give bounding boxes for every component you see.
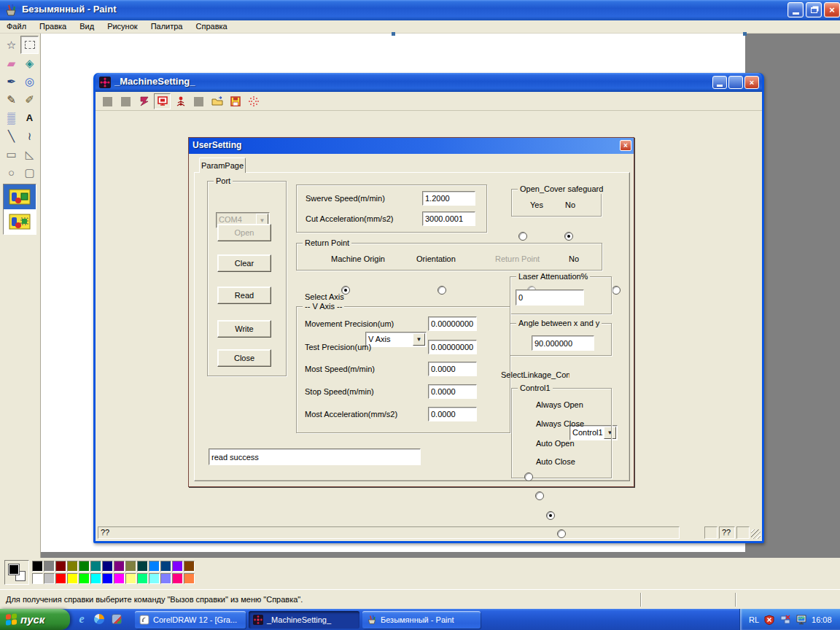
auto-close-label[interactable]: Auto Close (536, 457, 575, 466)
cover-no-label[interactable]: No (565, 201, 575, 209)
clear-button[interactable]: Clear (217, 254, 271, 272)
airbrush-tool[interactable]: ▒ (2, 109, 20, 127)
cover-no-radio[interactable] (564, 232, 573, 241)
stop-speed-input[interactable] (428, 384, 477, 399)
resize-grip[interactable] (751, 529, 761, 539)
most-speed-input[interactable] (428, 362, 477, 376)
fill-tool[interactable]: ◈ (20, 54, 39, 72)
paint-minimize-button[interactable] (788, 2, 804, 18)
palette-swatch[interactable] (90, 573, 101, 584)
eraser-tool[interactable]: ▰ (2, 54, 20, 72)
angle-input[interactable] (532, 335, 594, 351)
machinesetting-maximize-button[interactable] (728, 76, 743, 89)
paint-close-button[interactable]: × (824, 2, 840, 18)
magnifier-tool[interactable]: ◎ (20, 72, 39, 90)
menu-help[interactable]: Справка (190, 20, 234, 32)
palette-swatch[interactable] (114, 561, 125, 572)
always-open-label[interactable]: Always Open (536, 400, 583, 409)
auto-open-label[interactable]: Auto Open (536, 439, 575, 448)
palette-swatch[interactable] (79, 573, 90, 584)
cover-yes-label[interactable]: Yes (530, 201, 543, 209)
palette-swatch[interactable] (44, 573, 55, 584)
movement-precision-input[interactable] (428, 316, 477, 331)
option-opaque-selected[interactable] (4, 184, 36, 209)
eyedropper-tool[interactable]: ✒ (2, 72, 20, 90)
always-open-radio[interactable] (524, 472, 533, 481)
palette-swatch[interactable] (184, 561, 195, 572)
toolbar-open-button[interactable] (209, 93, 225, 109)
line-tool[interactable]: ╲ (2, 127, 20, 145)
paint-restore-button[interactable] (806, 2, 822, 18)
ie-quicklaunch-icon[interactable]: e (76, 613, 88, 625)
security-shield-icon[interactable] (763, 614, 775, 626)
menu-view[interactable]: Вид (73, 20, 101, 32)
palette-swatch[interactable] (172, 561, 183, 572)
select-tool[interactable] (20, 36, 39, 54)
toolbar-origin-button[interactable] (172, 93, 189, 109)
palette-swatch[interactable] (137, 573, 148, 584)
palette-swatch[interactable] (149, 573, 160, 584)
palette-swatch[interactable] (125, 561, 136, 572)
rectangle-tool[interactable]: ▭ (2, 145, 20, 163)
laser-attenuation-input[interactable] (516, 289, 584, 306)
read-button[interactable]: Read (217, 287, 271, 304)
always-close-label[interactable]: Always Close (536, 419, 584, 428)
language-indicator[interactable]: RL (749, 615, 759, 624)
orientation-label[interactable]: Orientation (416, 254, 456, 263)
palette-swatch[interactable] (79, 561, 90, 572)
pencil-tool[interactable]: ✎ (2, 90, 20, 109)
machine-origin-label[interactable]: Machine Origin (331, 254, 385, 263)
palette-swatch[interactable] (55, 573, 66, 584)
palette-swatch[interactable] (90, 561, 101, 572)
brush-tool[interactable]: ✐ (20, 90, 39, 109)
palette-swatch[interactable] (149, 561, 160, 572)
always-close-radio[interactable] (535, 491, 544, 500)
usersetting-titlebar[interactable]: UserSetting × (189, 138, 634, 154)
rounded-rect-tool[interactable]: ▢ (20, 163, 39, 182)
palette-swatch[interactable] (32, 561, 43, 572)
test-precision-input[interactable] (428, 340, 477, 354)
write-button[interactable]: Write (217, 320, 271, 338)
palette-swatch[interactable] (67, 561, 78, 572)
toolbar-laser-dot-button[interactable] (245, 93, 262, 109)
wmp-quicklaunch-icon[interactable] (93, 613, 105, 625)
toolbar-blank2-button[interactable] (117, 93, 134, 109)
no-return-label[interactable]: No (569, 254, 579, 263)
network-disconnected-icon[interactable] (779, 614, 791, 626)
menu-palette[interactable]: Палитра (144, 20, 190, 32)
usersetting-close-button[interactable]: × (620, 140, 631, 151)
close-button[interactable]: Close (217, 349, 271, 367)
toolbar-blank1-button[interactable] (99, 93, 116, 109)
menu-image[interactable]: Рисунок (101, 20, 144, 32)
palette-swatch[interactable] (160, 561, 171, 572)
palette-swatch[interactable] (32, 573, 43, 584)
media-quicklaunch-icon[interactable] (111, 613, 122, 625)
palette-swatch[interactable] (102, 573, 113, 584)
palette-swatch[interactable] (172, 573, 183, 584)
message-input[interactable] (209, 448, 421, 465)
machinesetting-close-button[interactable]: × (744, 76, 759, 89)
start-button[interactable]: пуск (0, 609, 70, 630)
machinesetting-minimize-button[interactable] (712, 76, 727, 89)
taskbar-button-paint[interactable]: Безымянный - Paint (362, 611, 481, 629)
palette-swatch[interactable] (67, 573, 78, 584)
text-tool[interactable]: A (20, 109, 39, 127)
polygon-tool[interactable]: ◺ (20, 145, 39, 163)
option-transparent[interactable] (4, 209, 36, 234)
palette-swatch[interactable] (55, 561, 66, 572)
machinesetting-titlebar[interactable]: _MachineSetting_ × (96, 73, 762, 92)
freeform-select-tool[interactable]: ☆ (2, 36, 20, 54)
palette-swatch[interactable] (114, 573, 125, 584)
menu-edit[interactable]: Правка (33, 20, 73, 32)
taskbar-button-machinesetting[interactable]: _MachineSetting_ (249, 611, 359, 629)
canvas-handle-top[interactable] (392, 32, 395, 36)
palette-swatch[interactable] (125, 573, 136, 584)
cut-accel-input[interactable] (422, 211, 475, 226)
taskbar-button-coreldraw[interactable]: CorelDRAW 12 - [Gra... (135, 611, 246, 629)
palette-swatch[interactable] (102, 561, 113, 572)
toolbar-stop-button[interactable] (136, 93, 152, 109)
canvas-handle-top-right[interactable] (743, 32, 747, 36)
curve-tool[interactable]: ≀ (20, 127, 39, 145)
most-accel-input[interactable] (428, 407, 477, 421)
menu-file[interactable]: Файл (0, 20, 33, 32)
